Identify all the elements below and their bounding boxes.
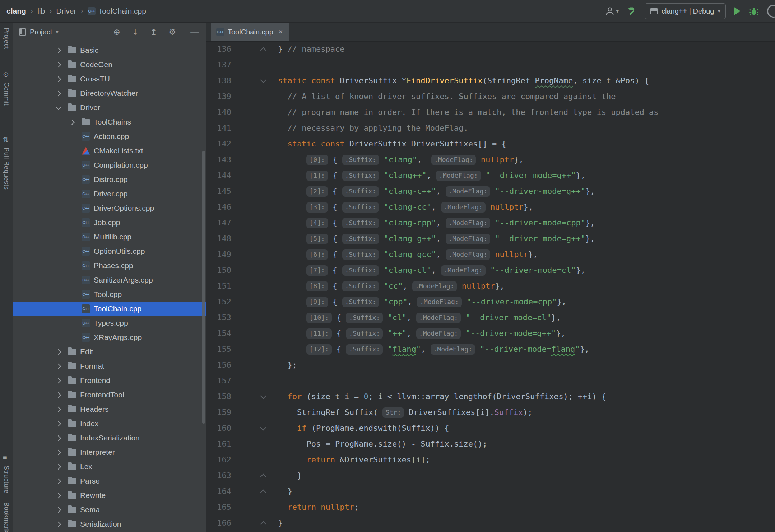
tree-item[interactable]: Interpreter (13, 445, 206, 459)
hide-panel-button[interactable]: — (190, 27, 199, 37)
tree-item[interactable]: Headers (13, 402, 206, 416)
code-line[interactable]: 148 [5]: { .Suffix: "clang-g++", .ModeFl… (206, 231, 775, 247)
tree-item[interactable]: Serialization (13, 517, 206, 531)
chevron-right-icon[interactable] (56, 464, 61, 470)
breadcrumb-item-file[interactable]: C++ ToolChain.cpp (88, 7, 146, 15)
code-line[interactable]: 164 } (206, 484, 775, 499)
chevron-right-icon[interactable] (56, 47, 61, 53)
code-line[interactable]: 139 // A list of known driver suffixes. … (206, 89, 775, 104)
tree-item[interactable]: Basic (13, 43, 206, 57)
code-line[interactable]: 161 Pos = ProgName.size() - Suffix.size(… (206, 436, 775, 452)
tree-item[interactable]: C++SanitizerArgs.cpp (13, 273, 206, 287)
fold-marker[interactable] (231, 515, 273, 531)
project-panel-title[interactable]: Project (30, 28, 52, 36)
code-line[interactable]: 158 for (size_t i = 0; i < llvm::array_l… (206, 389, 775, 405)
tree-item[interactable]: CMakeLists.txt (13, 144, 206, 158)
tree-item[interactable]: C++Distro.cpp (13, 172, 206, 187)
code-line[interactable]: 144 [1]: { .Suffix: "clang++", .ModeFlag… (206, 168, 775, 183)
sidebar-item-commit[interactable]: Commit (3, 82, 10, 106)
code-line[interactable]: 159 StringRef Suffix( Str: DriverSuffixe… (206, 405, 775, 420)
structure-icon[interactable]: ≡ (3, 453, 7, 462)
breadcrumb-item-project[interactable]: clang (6, 7, 26, 15)
tree-item[interactable]: C++OptionUtils.cpp (13, 244, 206, 258)
code-line[interactable]: 141 // necessary by applying the ModeFla… (206, 120, 775, 136)
sidebar-item-pull-requests[interactable]: Pull Requests (3, 148, 10, 190)
chevron-right-icon[interactable] (56, 406, 61, 412)
tree-scrollbar[interactable] (202, 151, 205, 424)
code-line[interactable]: 143 [0]: { .Suffix: "clang", .ModeFlag: … (206, 152, 775, 168)
code-line[interactable]: 147 [4]: { .Suffix: "clang-cpp", .ModeFl… (206, 215, 775, 231)
code-line[interactable]: 149 [6]: { .Suffix: "clang-gcc", .ModeFl… (206, 247, 775, 262)
chevron-right-icon[interactable] (56, 478, 61, 484)
profiler-icon[interactable] (767, 5, 775, 18)
fold-marker[interactable] (231, 484, 273, 499)
code-line[interactable]: 156 }; (206, 357, 775, 373)
tree-item[interactable]: C++Multilib.cpp (13, 230, 206, 244)
code-line[interactable]: 150 [7]: { .Suffix: "clang-cl", .ModeFla… (206, 262, 775, 278)
tree-item[interactable]: Format (13, 359, 206, 373)
close-icon[interactable]: × (278, 27, 283, 37)
sidebar-item-structure[interactable]: Structure (3, 466, 10, 494)
tree-item[interactable]: Driver (13, 101, 206, 115)
tree-item[interactable]: C++Job.cpp (13, 215, 206, 230)
chevron-right-icon[interactable] (69, 119, 75, 125)
code-line[interactable]: 157 (206, 373, 775, 389)
code-line[interactable]: 145 [2]: { .Suffix: "clang-c++", .ModeFl… (206, 183, 775, 199)
tree-item[interactable]: C++ToolChain.cpp (13, 302, 206, 316)
code-line[interactable]: 142 static const DriverSuffix DriverSuff… (206, 136, 775, 152)
code-line[interactable]: 166} (206, 515, 775, 531)
code-line[interactable]: 165 return nullptr; (206, 499, 775, 515)
code-line[interactable]: 138static const DriverSuffix *FindDriver… (206, 73, 775, 89)
code-line[interactable]: 140 // program name in order. If there i… (206, 104, 775, 120)
tree-item[interactable]: Parse (13, 474, 206, 488)
tree-item[interactable]: C++Compilation.cpp (13, 158, 206, 172)
chevron-right-icon[interactable] (56, 76, 61, 82)
chevron-right-icon[interactable] (56, 392, 61, 398)
fold-marker[interactable] (231, 73, 273, 89)
tree-item[interactable]: DirectoryWatcher (13, 86, 206, 101)
chevron-down-icon[interactable] (56, 104, 61, 110)
fold-marker[interactable] (231, 389, 273, 405)
build-button[interactable] (627, 6, 637, 16)
sidebar-item-project[interactable]: Project (3, 28, 10, 49)
chevron-right-icon[interactable] (56, 62, 61, 67)
tree-item[interactable]: C++Types.cpp (13, 316, 206, 330)
tree-item[interactable]: C++Tool.cpp (13, 287, 206, 302)
run-config-select[interactable]: clang++ | Debug ▾ (645, 3, 726, 19)
tree-item[interactable]: C++DriverOptions.cpp (13, 201, 206, 215)
code-line[interactable]: 154 [11]: { .Suffix: "++", .ModeFlag: "-… (206, 326, 775, 341)
chevron-right-icon[interactable] (56, 521, 61, 527)
code-line[interactable]: 152 [9]: { .Suffix: "cpp", .ModeFlag: "-… (206, 294, 775, 310)
tree-item[interactable]: Frontend (13, 373, 206, 388)
tree-item[interactable]: IndexSerialization (13, 431, 206, 445)
tree-item[interactable]: Rewrite (13, 488, 206, 503)
collapse-all-button[interactable]: ↥ (150, 27, 157, 37)
pull-requests-icon[interactable]: ⇅ (3, 135, 9, 144)
chevron-right-icon[interactable] (56, 421, 61, 426)
fold-marker[interactable] (231, 41, 273, 57)
chevron-right-icon[interactable] (56, 493, 61, 498)
expand-all-button[interactable]: ↧ (132, 27, 139, 37)
tab-toolchain-cpp[interactable]: C++ ToolChain.cpp × (211, 23, 289, 41)
sidebar-item-bookmarks[interactable]: Bookmarks (3, 502, 10, 532)
chevron-right-icon[interactable] (56, 349, 61, 355)
commit-icon[interactable]: ⊙ (3, 70, 9, 79)
tree-item[interactable]: Index (13, 416, 206, 431)
chevron-right-icon[interactable] (56, 90, 61, 96)
user-menu-button[interactable]: ▾ (605, 6, 619, 16)
tree-item[interactable]: C++Phases.cpp (13, 258, 206, 273)
code-line[interactable]: 146 [3]: { .Suffix: "clang-cc", .ModeFla… (206, 199, 775, 215)
tree-item[interactable]: C++Driver.cpp (13, 187, 206, 201)
code-line[interactable]: 160 if (ProgName.endswith(Suffix)) { (206, 420, 775, 436)
chevron-right-icon[interactable] (56, 435, 61, 441)
settings-button[interactable]: ⚙ (168, 27, 176, 37)
chevron-right-icon[interactable] (56, 363, 61, 369)
tree-item[interactable]: Edit (13, 345, 206, 359)
chevron-down-icon[interactable]: ▾ (56, 29, 59, 35)
fold-marker[interactable] (231, 468, 273, 484)
breadcrumb-item-lib[interactable]: lib (37, 7, 45, 15)
code-line[interactable]: 137 (206, 57, 775, 73)
code-line[interactable]: 163 } (206, 468, 775, 484)
tree-item[interactable]: FrontendTool (13, 388, 206, 402)
run-button[interactable] (734, 7, 741, 15)
